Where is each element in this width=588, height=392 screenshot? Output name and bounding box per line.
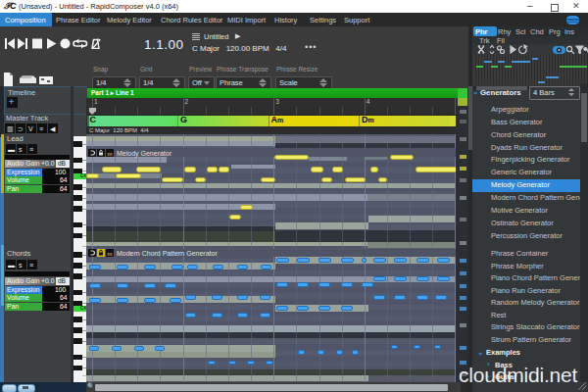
svg-text:m: m — [107, 251, 112, 257]
svg-text:m: m — [107, 150, 112, 156]
